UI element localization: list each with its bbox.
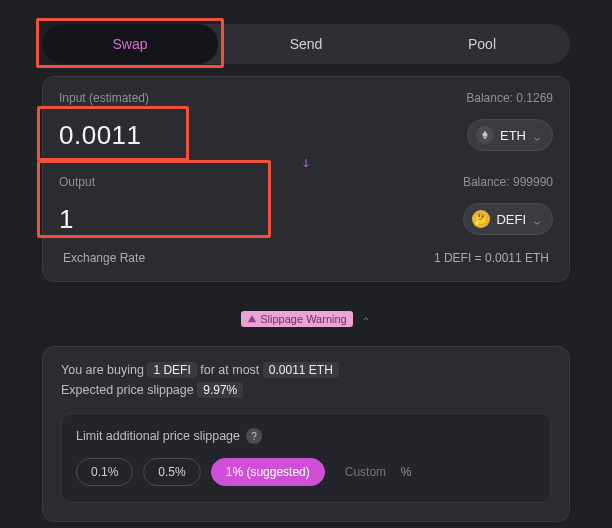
input-card: Input (estimated) Balance: 0.1269 ETH xyxy=(42,76,570,282)
input-label: Input (estimated) xyxy=(59,91,149,105)
tab-send[interactable]: Send xyxy=(218,24,394,64)
input-token-symbol: ETH xyxy=(500,128,526,143)
eth-icon xyxy=(476,126,494,144)
slippage-custom-input[interactable] xyxy=(345,465,395,480)
output-label: Output xyxy=(59,175,95,189)
input-balance: Balance: 0.1269 xyxy=(466,91,553,105)
input-token-selector[interactable]: ETH xyxy=(467,119,553,151)
expected-slippage: Expected price slippage 9.97% xyxy=(61,383,551,397)
slippage-option-1[interactable]: 1% (suggested) xyxy=(211,458,325,486)
slippage-warning-badge: Slippage Warning xyxy=(241,311,352,327)
output-token-symbol: DEFI xyxy=(496,212,526,227)
output-amount[interactable] xyxy=(59,204,209,235)
buy-summary: You are buying 1 DEFI for at most 0.0011… xyxy=(61,363,551,377)
tab-pool[interactable]: Pool xyxy=(394,24,570,64)
swap-direction-arrow[interactable] xyxy=(59,151,553,175)
cost-chip: 0.0011 ETH xyxy=(263,362,339,378)
mode-tabs: Swap Send Pool xyxy=(42,24,570,64)
chevron-down-icon xyxy=(532,130,542,140)
slippage-option-0-5[interactable]: 0.5% xyxy=(143,458,200,486)
percent-label: % xyxy=(401,465,412,479)
buy-amount-chip: 1 DEFI xyxy=(147,362,196,378)
exchange-rate-value: 1 DEFI = 0.0011 ETH xyxy=(434,251,549,265)
slippage-limit-box: Limit additional price slippage ? 0.1% 0… xyxy=(61,413,551,503)
exchange-rate-label: Exchange Rate xyxy=(63,251,145,265)
expected-slippage-value: 9.97% xyxy=(197,382,243,398)
chevron-down-icon xyxy=(532,214,542,224)
output-balance: Balance: 999990 xyxy=(463,175,553,189)
input-amount[interactable] xyxy=(59,120,209,151)
chevron-up-icon[interactable] xyxy=(361,310,371,328)
swap-details: You are buying 1 DEFI for at most 0.0011… xyxy=(42,346,570,522)
help-icon[interactable]: ? xyxy=(246,428,262,444)
defi-token-icon: 🤔 xyxy=(472,210,490,228)
tab-swap[interactable]: Swap xyxy=(42,24,218,64)
slippage-limit-label: Limit additional price slippage xyxy=(76,429,240,443)
slippage-option-0-1[interactable]: 0.1% xyxy=(76,458,133,486)
output-token-selector[interactable]: 🤔 DEFI xyxy=(463,203,553,235)
